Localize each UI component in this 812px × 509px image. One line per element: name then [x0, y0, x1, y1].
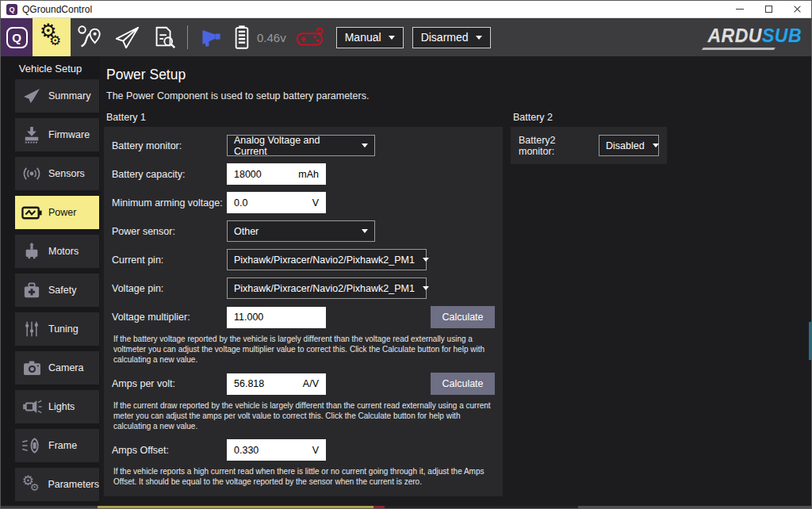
bottom-edge-strip — [1, 506, 811, 508]
page-title: Power Setup — [106, 67, 811, 83]
amps-per-volt-unit: A/V — [303, 378, 319, 389]
battery-voltage-text: 0.46v — [257, 31, 286, 44]
min-arming-voltage-label: Minimum arming voltage: — [112, 197, 227, 209]
voltage-multiplier-help: If the battery voltage reported by the v… — [113, 334, 492, 365]
fly-paper-plane-icon — [113, 24, 141, 51]
plan-route-icon — [76, 24, 103, 51]
amps-offset-label: Amps Offset: — [112, 445, 227, 456]
power-sensor-row: Power sensor: Other — [112, 220, 495, 242]
vehicle-setup-button[interactable]: ⚙ ⚙ — [33, 18, 71, 56]
vertical-scrollbar[interactable] — [809, 322, 811, 360]
battery-icon — [233, 24, 251, 51]
chevron-down-icon — [476, 36, 482, 40]
camera-icon — [21, 361, 43, 376]
voltage-pin-label: Voltage pin: — [112, 283, 227, 294]
battery-status-button[interactable] — [230, 18, 254, 56]
messages-button[interactable] — [193, 18, 230, 56]
sidebar-item-motors[interactable]: Motors — [15, 235, 99, 268]
sidebar-item-power[interactable]: Power — [15, 196, 99, 229]
amps-per-volt-value: 56.818 — [234, 378, 264, 389]
maximize-button[interactable] — [754, 1, 783, 17]
min-arming-voltage-unit: V — [312, 197, 319, 209]
sensors-waves-icon — [21, 165, 43, 182]
battery1-column: Battery 1 Battery monitor: Analog Voltag… — [104, 112, 503, 496]
sidebar-item-label: Tuning — [48, 323, 79, 335]
sidebar-item-lights[interactable]: Lights — [15, 390, 99, 423]
battery2-monitor-dropdown[interactable]: Disabled — [599, 135, 659, 156]
first-aid-kit-icon — [21, 282, 43, 299]
power-sensor-value: Other — [234, 226, 259, 237]
voltage-multiplier-input[interactable]: 11.000 — [227, 307, 326, 328]
title-bar: Q QGroundControl — [1, 1, 811, 18]
sidebar-item-summary[interactable]: Summary — [15, 79, 99, 113]
sidebar-item-label: Camera — [48, 362, 83, 373]
sidebar-item-label: Sensors — [48, 168, 85, 179]
qgc-logo-icon: Q — [6, 27, 28, 48]
current-pin-dropdown[interactable]: Pixhawk/Pixracer/Navio2/Pixhawk2_PM1 — [227, 249, 427, 270]
min-arming-voltage-value: 0.0 — [234, 197, 247, 209]
sidebar-item-camera[interactable]: Camera — [15, 351, 99, 385]
megaphone-icon — [199, 25, 224, 50]
bottom-edge-segment — [578, 506, 811, 508]
sidebar-item-label: Lights — [48, 401, 75, 412]
amps-offset-input[interactable]: 0.330 V — [227, 439, 326, 461]
ardusub-logo-ardu: ARDU — [707, 25, 761, 46]
amps-offset-value: 0.330 — [234, 445, 259, 456]
arm-state-value: Disarmed — [421, 31, 469, 44]
sidebar-item-frame[interactable]: Frame — [15, 429, 99, 462]
sidebar-item-parameters[interactable]: ⚙⚙ Parameters — [15, 468, 99, 501]
chevron-down-icon — [389, 36, 395, 40]
power-sensor-dropdown[interactable]: Other — [227, 220, 375, 242]
sidebar-item-tuning[interactable]: Tuning — [15, 312, 99, 346]
joystick-status-button[interactable] — [293, 18, 327, 56]
battery1-panel: Battery monitor: Analog Voltage and Curr… — [104, 127, 503, 496]
amps-offset-help: If the vehicle reports a high current re… — [113, 466, 492, 487]
battery2-panel: Battery2 monitor: Disabled — [511, 127, 667, 164]
qgc-home-button[interactable]: Q — [1, 18, 33, 56]
battery-capacity-input[interactable]: 18000 mAh — [227, 163, 326, 185]
app-icon: Q — [6, 4, 17, 15]
battery-capacity-value: 18000 — [234, 169, 262, 180]
sidebar-item-label: Power — [48, 207, 76, 218]
battery-monitor-row: Battery monitor: Analog Voltage and Curr… — [112, 135, 495, 156]
amps-offset-unit: V — [312, 445, 319, 456]
voltage-calculate-button[interactable]: Calculate — [431, 306, 495, 328]
plan-view-button[interactable] — [71, 18, 108, 56]
flight-mode-dropdown[interactable]: Manual — [336, 27, 404, 48]
page-description: The Power Component is used to setup bat… — [106, 90, 811, 101]
amps-per-volt-input[interactable]: 56.818 A/V — [227, 373, 326, 395]
amps-offset-row: Amps Offset: 0.330 V — [112, 439, 495, 461]
sidebar-item-label: Summary — [48, 90, 90, 101]
battery-capacity-unit: mAh — [298, 169, 319, 180]
toolbar-divider — [187, 25, 188, 49]
chevron-down-icon — [423, 286, 429, 290]
voltage-pin-dropdown[interactable]: Pixhawk/Pixracer/Navio2/Pixhawk2_PM1 — [227, 277, 427, 299]
power-setup-view: Power Setup The Power Component is used … — [100, 56, 811, 508]
battery-monitor-dropdown[interactable]: Analog Voltage and Current — [227, 135, 375, 156]
sidebar-item-firmware[interactable]: Firmware — [15, 118, 99, 151]
amps-calculate-button[interactable]: Calculate — [431, 373, 495, 395]
voltage-pin-value: Pixhawk/Pixracer/Navio2/Pixhawk2_PM1 — [234, 283, 415, 294]
fly-view-button[interactable] — [108, 18, 145, 56]
main-toolbar: Q ⚙ ⚙ — [1, 18, 811, 56]
battery2-column: Battery 2 Battery2 monitor: Disabled — [511, 112, 667, 164]
amps-per-volt-help: If the current draw reported by the vehi… — [113, 400, 492, 431]
battery2-monitor-value: Disabled — [606, 140, 645, 151]
minimize-icon — [736, 9, 744, 10]
sidebar-item-sensors[interactable]: Sensors — [15, 157, 99, 190]
close-button[interactable] — [783, 1, 811, 17]
qgroundcontrol-window: Q QGroundControl Q ⚙ ⚙ — [0, 0, 812, 509]
min-arming-voltage-input[interactable]: 0.0 V — [227, 192, 326, 213]
battery-monitor-value: Analog Voltage and Current — [234, 135, 354, 157]
voltage-multiplier-label: Voltage multiplier: — [112, 312, 227, 323]
sidebar-item-safety[interactable]: Safety — [15, 274, 99, 307]
bottom-edge-segment — [1, 506, 98, 508]
analyze-view-button[interactable] — [145, 18, 182, 56]
minimize-button[interactable] — [726, 1, 754, 17]
arm-state-dropdown[interactable]: Disarmed — [412, 27, 491, 48]
bottom-edge-segment — [98, 506, 373, 508]
current-pin-value: Pixhawk/Pixracer/Navio2/Pixhawk2_PM1 — [234, 254, 415, 266]
motor-icon — [21, 243, 43, 260]
flight-mode-value: Manual — [345, 31, 381, 44]
sidebar-item-label: Frame — [48, 440, 77, 451]
